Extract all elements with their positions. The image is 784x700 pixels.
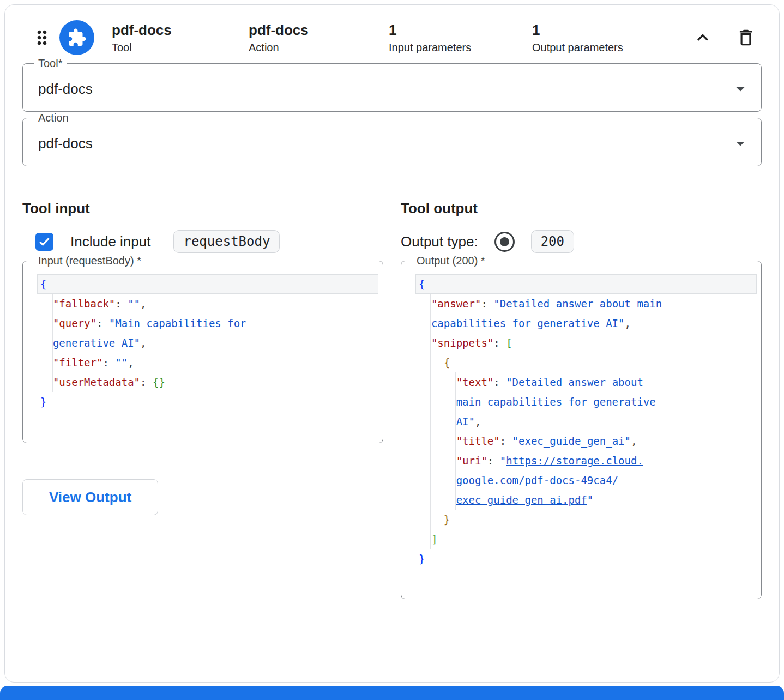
tool-select-row[interactable]: pdf-docs [23, 69, 761, 99]
tool-field-label: Tool* [34, 57, 67, 69]
tool-input-heading: Tool input [22, 200, 383, 216]
code-line[interactable]: "snippets": [ [415, 333, 757, 353]
header-input-params-column: 1 Input parameters [389, 21, 515, 54]
dropdown-arrow-icon [731, 134, 750, 153]
code-line[interactable]: "text": "Detailed answer about [415, 372, 757, 392]
card-header: pdf-docs Tool pdf-docs Action 1 Input pa… [22, 5, 762, 57]
view-output-button[interactable]: View Output [22, 479, 158, 515]
io-columns: Tool input Include input requestBody Inp… [22, 200, 762, 599]
chevron-up-icon [692, 27, 714, 49]
code-line[interactable]: exec_guide_gen_ai.pdf" [415, 490, 757, 510]
code-line[interactable]: "uri": "https://storage.cloud. [415, 451, 757, 470]
input-field-label: Input (requestBody) * [34, 255, 146, 267]
status-200-chip[interactable]: 200 [531, 230, 574, 253]
header-tool-column: pdf-docs Tool [112, 21, 231, 54]
input-json-editor[interactable]: { "fallback": "", "query": "Main capabil… [23, 267, 383, 412]
include-input-checkbox[interactable] [35, 233, 53, 251]
header-tool-caption: Tool [112, 41, 231, 54]
code-line[interactable]: "answer": "Detailed answer about main [415, 294, 757, 313]
tool-card: pdf-docs Tool pdf-docs Action 1 Input pa… [4, 4, 780, 683]
adjacent-card-edge [0, 686, 784, 700]
checkmark-icon [38, 235, 51, 249]
header-action-column: pdf-docs Action [249, 21, 371, 54]
tool-output-section: Tool output Output type: 200 Output (200… [401, 200, 762, 599]
code-line[interactable]: { [37, 274, 378, 294]
code-line[interactable]: main capabilities for generative [415, 392, 757, 412]
output-json-editor[interactable]: { "answer": "Detailed answer about main … [401, 267, 761, 569]
code-line[interactable]: "title": "exec_guide_gen_ai", [415, 431, 757, 451]
code-line[interactable]: capabilities for generative AI", [415, 313, 757, 333]
code-line[interactable]: google.com/pdf-docs-49ca4/ [415, 470, 757, 490]
input-json-field: Input (requestBody) * { "fallback": "", … [22, 255, 383, 443]
code-line[interactable]: "query": "Main capabilities for [37, 313, 378, 333]
tool-input-section: Tool input Include input requestBody Inp… [22, 200, 383, 599]
action-select[interactable]: Action pdf-docs [22, 112, 762, 166]
header-action-name: pdf-docs [249, 21, 371, 39]
header-output-params-column: 1 Output parameters [532, 21, 692, 54]
code-line[interactable]: generative AI", [37, 333, 378, 353]
dropdown-arrow-icon [731, 79, 750, 99]
action-select-row[interactable]: pdf-docs [23, 124, 761, 153]
output-params-caption: Output parameters [532, 41, 692, 54]
indent-guide [52, 294, 53, 392]
output-json-field: Output (200) * { "answer": "Detailed ans… [401, 255, 762, 599]
code-line[interactable]: } [37, 392, 378, 412]
trash-icon [735, 27, 756, 48]
output-type-radio[interactable] [494, 232, 515, 252]
tool-configuration-panel: pdf-docs Tool pdf-docs Action 1 Input pa… [0, 0, 784, 700]
code-line[interactable]: AI", [415, 412, 757, 431]
output-type-row: Output type: 200 [401, 228, 762, 255]
indent-guide [430, 294, 431, 549]
code-line[interactable]: "fallback": "", [37, 294, 378, 313]
input-params-count: 1 [389, 21, 515, 39]
collapse-button[interactable] [692, 27, 714, 49]
action-select-value: pdf-docs [38, 135, 93, 152]
drag-handle-icon[interactable] [31, 27, 53, 49]
include-input-label: Include input [70, 233, 150, 250]
tool-select[interactable]: Tool* pdf-docs [22, 57, 762, 112]
header-actions [692, 27, 762, 49]
include-input-row: Include input requestBody [22, 228, 383, 255]
code-line[interactable]: ] [415, 529, 757, 549]
radio-dot-icon [500, 237, 509, 246]
output-params-count: 1 [532, 21, 692, 39]
action-field-label: Action [34, 112, 73, 124]
tool-select-value: pdf-docs [38, 81, 93, 98]
puzzle-extension-icon [59, 20, 94, 55]
output-field-label: Output (200) * [412, 255, 490, 267]
input-params-caption: Input parameters [389, 41, 515, 54]
output-type-label: Output type: [401, 233, 478, 250]
code-line[interactable]: { [415, 274, 757, 294]
request-body-chip[interactable]: requestBody [173, 230, 280, 253]
code-line[interactable]: { [415, 353, 757, 372]
tool-output-heading: Tool output [401, 200, 762, 216]
code-line[interactable]: } [415, 510, 757, 529]
header-tool-name: pdf-docs [112, 21, 231, 39]
code-line[interactable]: "filter": "", [37, 353, 378, 372]
indent-guide [455, 372, 456, 510]
delete-button[interactable] [735, 27, 756, 48]
header-action-caption: Action [249, 41, 371, 54]
code-line[interactable]: "userMetadata": {} [37, 372, 378, 392]
code-line[interactable]: } [415, 549, 757, 569]
